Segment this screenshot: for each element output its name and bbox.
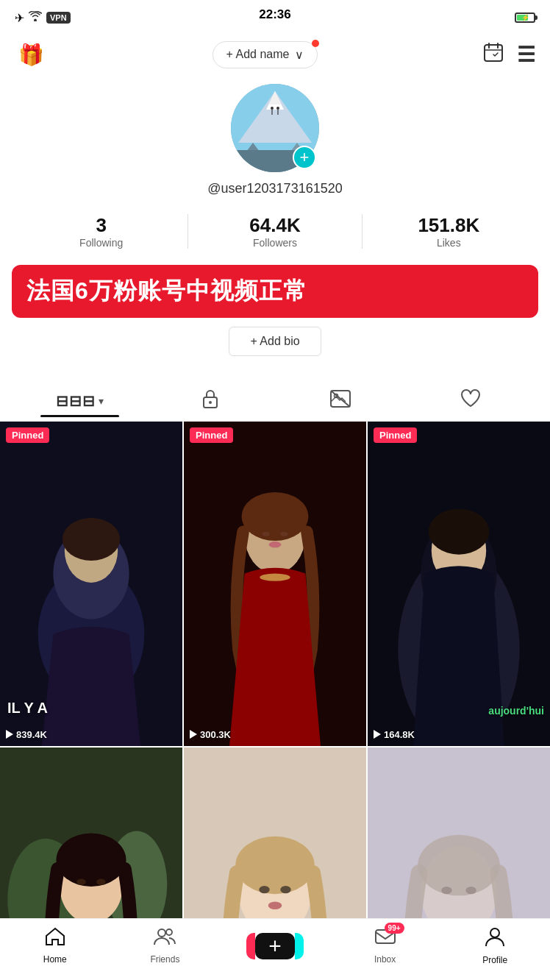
play-count-1: 839.4K [6, 729, 47, 740]
avatar-wrapper[interactable]: + [231, 84, 319, 172]
battery-bolt: ⚡ [521, 14, 529, 21]
lock-icon [201, 388, 219, 413]
following-label: Following [79, 237, 123, 249]
videos-tab-icon: ⊟⊟⊟ [56, 392, 96, 410]
svg-point-24 [63, 518, 121, 561]
profile-nav-icon [485, 926, 504, 952]
video-thumbnail-overlay-2 [184, 422, 366, 746]
tab-private[interactable] [145, 380, 275, 421]
add-bio-label: + Add bio [250, 335, 299, 348]
video-overlay-text-1: IL Y A [7, 700, 48, 717]
vpn-badge: VPN [46, 12, 71, 24]
svg-point-42 [56, 833, 126, 886]
no-image-icon [330, 390, 351, 412]
svg-rect-0 [485, 45, 502, 61]
username: @user1203173161520 [207, 181, 342, 196]
pinned-badge-2: Pinned [190, 427, 233, 443]
gift-icon[interactable]: 🎁 [15, 38, 47, 71]
svg-point-13 [276, 107, 279, 110]
wifi-icon [29, 11, 42, 24]
nav-inbox-label: Inbox [374, 954, 396, 965]
status-right-icons: ⚡ [515, 13, 535, 23]
svg-point-27 [242, 492, 309, 541]
add-name-button[interactable]: + Add name ∨ [213, 41, 318, 68]
tab-videos[interactable]: ⊟⊟⊟ ▾ [15, 383, 145, 417]
following-stat[interactable]: 3 Following [15, 208, 188, 255]
video-grid: Pinned IL Y A 839.4K [0, 422, 550, 980]
svg-point-48 [259, 886, 269, 893]
svg-point-58 [166, 929, 172, 935]
svg-point-30 [280, 532, 288, 536]
play-count-3: 164.8K [374, 729, 415, 740]
play-icon-2 [190, 730, 197, 739]
inbox-icon: 99+ [375, 927, 396, 951]
video-item-3[interactable]: Pinned aujourd'hui 164.8K [368, 422, 550, 746]
pinned-badge-3: Pinned [374, 427, 417, 443]
video-thumbnail-overlay-1 [0, 422, 182, 746]
menu-icon[interactable]: ☰ [517, 43, 535, 67]
promo-banner: 法国6万粉账号中视频正常 [12, 265, 538, 318]
nav-create[interactable]: + [249, 933, 301, 959]
create-button[interactable]: + [255, 933, 295, 959]
svg-point-16 [209, 401, 212, 404]
video-overlay-text-3: aujourd'hui [488, 705, 544, 717]
calendar-icon[interactable] [483, 42, 504, 68]
top-nav: 🎁 + Add name ∨ ☰ [0, 32, 550, 77]
chevron-down-icon: ∨ [295, 48, 304, 62]
friends-icon [153, 927, 176, 951]
inbox-badge-count: 99+ [385, 923, 404, 934]
add-bio-button[interactable]: + Add bio [229, 327, 321, 356]
home-icon [45, 927, 65, 951]
tab-reposts[interactable] [275, 381, 405, 419]
nav-home-label: Home [43, 954, 67, 965]
profile-section: + @user1203173161520 3 Following 64.4K F… [0, 77, 550, 255]
heart-outline-icon [460, 389, 481, 413]
svg-point-47 [235, 837, 314, 895]
nav-friends-label: Friends [150, 954, 179, 965]
likes-stat[interactable]: 151.8K Likes [362, 208, 535, 255]
airplane-icon: ✈ [15, 11, 24, 25]
tab-chevron-icon: ▾ [99, 395, 104, 407]
nav-inbox[interactable]: 99+ Inbox [360, 927, 411, 965]
video-item-1[interactable]: Pinned IL Y A 839.4K [0, 422, 182, 746]
svg-point-44 [96, 878, 105, 884]
likes-label: Likes [437, 237, 461, 249]
status-left-icons: ✈ VPN [15, 11, 71, 25]
play-icon-1 [6, 730, 13, 739]
svg-point-28 [260, 573, 290, 580]
pinned-badge-1: Pinned [6, 427, 49, 443]
video-thumbnail-overlay-3 [368, 422, 550, 746]
video-item-2[interactable]: Pinned 300.3K [184, 422, 366, 746]
svg-point-60 [490, 928, 499, 937]
svg-point-49 [280, 886, 290, 893]
svg-point-43 [76, 878, 85, 884]
status-time: 22:36 [259, 7, 290, 22]
bottom-nav: Home Friends + 99+ Inbox [0, 918, 550, 980]
svg-point-29 [262, 532, 269, 536]
banner-text: 法国6万粉账号中视频正常 [26, 277, 307, 304]
following-count: 3 [96, 214, 106, 237]
add-name-label: + Add name [226, 48, 290, 61]
play-count-text-1: 839.4K [16, 729, 47, 740]
svg-point-36 [429, 509, 490, 555]
svg-point-31 [269, 542, 282, 547]
battery-icon: ⚡ [515, 13, 535, 23]
stats-row: 3 Following 64.4K Followers 151.8K Likes [15, 208, 535, 255]
likes-count: 151.8K [418, 214, 479, 237]
play-count-text-3: 164.8K [384, 729, 415, 740]
nav-right-icons: ☰ [483, 42, 535, 68]
profile-tabs: ⊟⊟⊟ ▾ [0, 380, 550, 422]
nav-home[interactable]: Home [29, 927, 81, 965]
avatar-add-button[interactable]: + [293, 146, 316, 169]
svg-point-11 [271, 107, 274, 110]
play-icon-3 [374, 730, 381, 739]
notification-dot [312, 40, 319, 47]
followers-stat[interactable]: 64.4K Followers [188, 208, 361, 255]
followers-label: Followers [253, 237, 297, 249]
play-count-text-2: 300.3K [200, 729, 231, 740]
nav-profile[interactable]: Profile [469, 926, 521, 965]
nav-friends[interactable]: Friends [139, 927, 190, 965]
followers-count: 64.4K [249, 214, 300, 237]
svg-point-57 [158, 929, 165, 937]
tab-liked[interactable] [405, 380, 535, 420]
